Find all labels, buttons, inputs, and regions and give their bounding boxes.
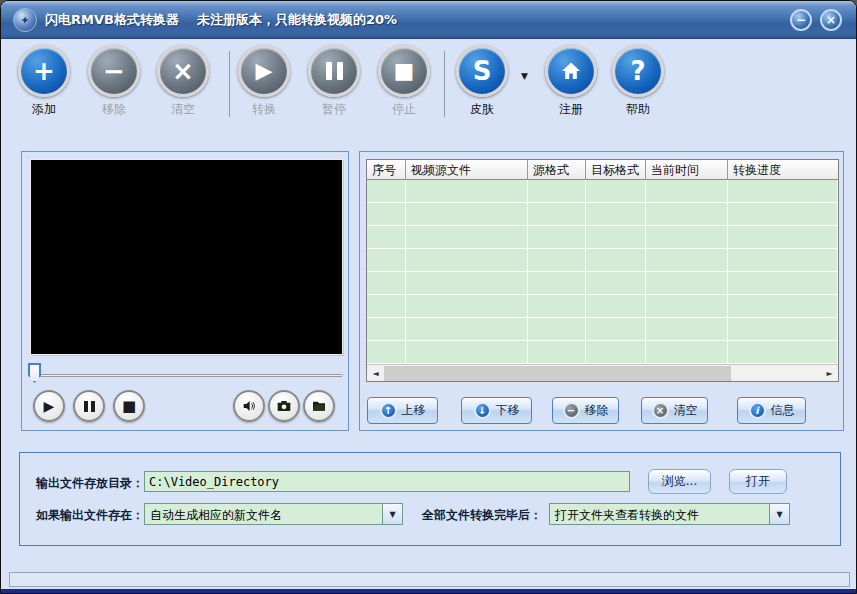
info-icon: i xyxy=(749,402,766,419)
help-button[interactable]: ? 帮助 xyxy=(605,45,671,118)
window-title: 闪电RMVB格式转换器 xyxy=(45,11,179,29)
arrow-up-icon: ↑ xyxy=(380,402,397,419)
table-row xyxy=(367,249,838,272)
clear-icon: × xyxy=(157,45,209,97)
clear-button: × 清空 xyxy=(150,45,216,118)
convert-button: ▶ 转换 xyxy=(231,45,297,118)
move-down-button[interactable]: ↓ 下移 xyxy=(461,397,532,424)
table-body xyxy=(367,180,838,366)
column-header[interactable]: 转换进度 xyxy=(728,160,838,179)
preview-panel: ▶ ■ xyxy=(21,151,349,431)
arrow-down-icon: ↓ xyxy=(474,402,491,419)
chevron-down-icon[interactable]: ▼ xyxy=(769,504,789,524)
speaker-icon xyxy=(241,398,257,414)
column-header[interactable]: 视频源文件 xyxy=(406,160,528,179)
app-window: 闪电RMVB格式转换器 未注册版本，只能转换视频的20% − × + 添加 − … xyxy=(0,0,857,594)
app-logo-icon xyxy=(13,8,37,32)
close-button[interactable]: × xyxy=(820,9,842,31)
table-header: 序号 视频源文件 源格式 目标格式 当前时间 转换进度 xyxy=(367,160,838,180)
mute-button[interactable] xyxy=(233,390,265,422)
file-table[interactable]: 序号 视频源文件 源格式 目标格式 当前时间 转换进度 ◄ ► xyxy=(366,159,839,382)
register-button[interactable]: 注册 xyxy=(538,45,604,118)
player-pause-button[interactable] xyxy=(73,390,105,422)
table-row xyxy=(367,180,838,203)
table-row xyxy=(367,295,838,318)
stop-icon: ■ xyxy=(122,399,136,414)
output-settings-group: 输出文件存放目录： 浏览... 打开 如果输出文件存在： 自动生成相应的新文件名… xyxy=(19,452,841,546)
stop-button: ■ 停止 xyxy=(371,45,437,118)
video-preview xyxy=(30,159,343,355)
snapshot-button[interactable] xyxy=(268,390,300,422)
player-play-button[interactable]: ▶ xyxy=(33,390,65,422)
table-row xyxy=(367,203,838,226)
add-icon: + xyxy=(18,45,70,97)
player-stop-button[interactable]: ■ xyxy=(113,390,145,422)
browse-button[interactable]: 浏览... xyxy=(648,469,711,494)
toolbar-separator xyxy=(229,51,230,117)
seek-bar[interactable] xyxy=(30,374,343,377)
column-header[interactable]: 当前时间 xyxy=(646,160,728,179)
help-icon: ? xyxy=(612,45,664,97)
folder-icon xyxy=(311,398,327,414)
after-convert-label: 全部文件转换完毕后： xyxy=(422,507,542,524)
open-file-button[interactable] xyxy=(303,390,335,422)
after-convert-dropdown[interactable]: 打开文件夹查看转换的文件 ▼ xyxy=(549,503,790,525)
minus-icon: − xyxy=(563,402,580,419)
skin-button[interactable]: S 皮肤 xyxy=(449,45,515,118)
home-icon xyxy=(545,45,597,97)
camera-icon xyxy=(276,398,292,414)
title-bar: 闪电RMVB格式转换器 未注册版本，只能转换视频的20% − × xyxy=(1,1,856,39)
open-dir-button[interactable]: 打开 xyxy=(729,469,787,494)
pause-icon xyxy=(308,45,360,97)
window-subtitle: 未注册版本，只能转换视频的20% xyxy=(197,11,397,29)
chevron-down-icon[interactable]: ▼ xyxy=(382,504,402,524)
horizontal-scrollbar[interactable]: ◄ ► xyxy=(367,364,838,381)
file-exists-label: 如果输出文件存在： xyxy=(36,507,144,524)
info-button[interactable]: i 信息 xyxy=(737,397,806,424)
cross-icon: × xyxy=(652,402,669,419)
stop-icon: ■ xyxy=(378,45,430,97)
status-bar xyxy=(9,572,850,587)
file-exists-dropdown[interactable]: 自动生成相应的新文件名 ▼ xyxy=(144,503,403,525)
minimize-button[interactable]: − xyxy=(790,9,812,31)
move-up-button[interactable]: ↑ 上移 xyxy=(367,397,438,424)
add-button[interactable]: + 添加 xyxy=(11,45,77,118)
table-row xyxy=(367,318,838,341)
column-header[interactable]: 源格式 xyxy=(528,160,586,179)
skin-icon: S xyxy=(456,45,508,97)
skin-dropdown-arrow-icon[interactable]: ▼ xyxy=(521,71,528,81)
table-row xyxy=(367,272,838,295)
table-row xyxy=(367,341,838,364)
convert-icon: ▶ xyxy=(238,45,290,97)
toolbar: + 添加 − 移除 × 清空 ▶ 转换 暂停 ■ 停止 S 皮肤 ▼ xyxy=(1,45,856,141)
window-bottom-edge xyxy=(1,589,857,594)
scroll-right-icon[interactable]: ► xyxy=(821,365,838,381)
scroll-left-icon[interactable]: ◄ xyxy=(367,365,384,381)
pause-button: 暂停 xyxy=(301,45,367,118)
seek-thumb[interactable] xyxy=(28,363,41,383)
scrollbar-thumb[interactable] xyxy=(384,366,731,381)
remove-item-button[interactable]: − 移除 xyxy=(552,397,619,424)
file-list-panel: 序号 视频源文件 源格式 目标格式 当前时间 转换进度 ◄ ► ↑ 上移 ↓ 下… xyxy=(359,151,844,431)
column-header[interactable]: 序号 xyxy=(367,160,406,179)
pause-icon xyxy=(84,401,95,412)
output-dir-label: 输出文件存放目录： xyxy=(36,475,144,492)
remove-icon: − xyxy=(88,45,140,97)
play-icon: ▶ xyxy=(44,399,55,413)
clear-list-button[interactable]: × 清空 xyxy=(641,397,708,424)
toolbar-separator xyxy=(444,51,445,117)
table-row xyxy=(367,226,838,249)
column-header[interactable]: 目标格式 xyxy=(586,160,646,179)
remove-button: − 移除 xyxy=(81,45,147,118)
output-dir-input[interactable] xyxy=(144,471,630,492)
